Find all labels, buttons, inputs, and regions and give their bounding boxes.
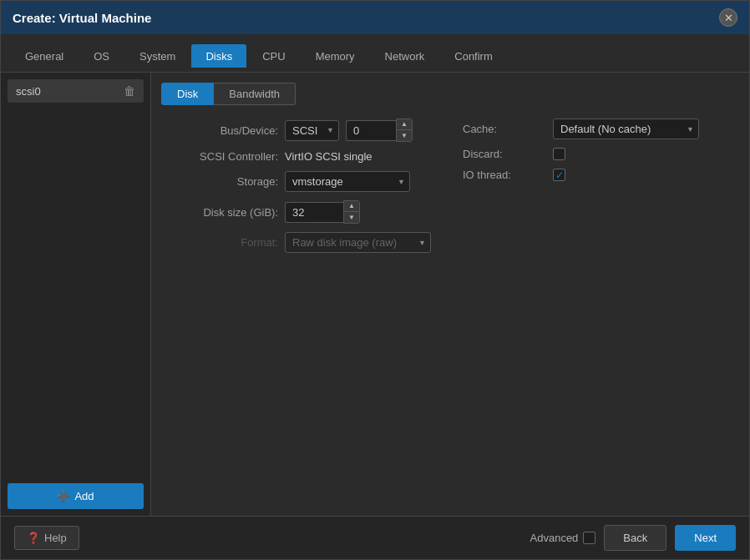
storage-select-wrap: vmstorage [285,171,410,192]
device-number-input[interactable] [346,120,396,141]
question-icon: ❓ [27,532,40,544]
back-button[interactable]: Back [604,525,666,551]
footer: ❓ Help Advanced Back Next [1,516,749,559]
tab-os[interactable]: OS [79,44,124,68]
device-down-btn[interactable]: ▼ [397,130,412,141]
tabs-bar: General OS System Disks CPU Memory Netwo… [1,34,749,73]
disk-sidebar: scsi0 🗑 ➕ Add [1,73,151,516]
bus-device-row: Bus/Device: SCSI IDE SATA VirtIO [161,119,438,142]
tab-cpu[interactable]: CPU [248,44,299,68]
advanced-checkbox[interactable] [583,532,595,544]
cache-select[interactable]: Default (No cache) No cache Write throug… [553,119,699,139]
form-right: Cache: Default (No cache) No cache Write… [463,119,739,253]
format-row: Format: Raw disk image (raw) QEMU image … [161,232,438,253]
footer-left: ❓ Help [14,526,79,550]
tab-disks[interactable]: Disks [191,44,246,68]
sidebar-item-label: scsi0 [16,85,41,98]
disk-size-down-btn[interactable]: ▼ [344,212,359,223]
cache-select-wrap: Default (No cache) No cache Write throug… [553,119,699,139]
format-label: Format: [161,236,278,249]
cache-label: Cache: [463,123,546,135]
scsi-controller-value: VirtIO SCSI single [285,150,372,163]
tab-system[interactable]: System [125,44,190,68]
add-button[interactable]: ➕ Add [8,483,144,509]
discard-row: Discard: [463,148,739,160]
delete-icon[interactable]: 🗑 [124,84,135,98]
disk-size-spinbox-btns: ▲ ▼ [343,200,360,224]
tab-memory[interactable]: Memory [302,44,369,68]
form-left: Bus/Device: SCSI IDE SATA VirtIO [161,119,438,253]
format-select[interactable]: Raw disk image (raw) QEMU image format (… [285,232,431,253]
subtab-disk[interactable]: Disk [161,83,214,105]
cache-row: Cache: Default (No cache) No cache Write… [463,119,739,139]
advanced-wrap: Advanced [530,532,596,544]
window-title: Create: Virtual Machine [13,11,151,25]
storage-row: Storage: vmstorage [161,171,438,192]
subtab-bandwidth[interactable]: Bandwidth [214,83,296,105]
titlebar: Create: Virtual Machine ✕ [1,1,749,34]
bus-select-wrap: SCSI IDE SATA VirtIO [285,120,339,141]
io-thread-row: IO thread: ✓ [463,169,739,181]
tab-network[interactable]: Network [371,44,439,68]
sidebar-item-scsi0[interactable]: scsi0 🗑 [8,79,144,103]
help-button[interactable]: ❓ Help [14,526,79,550]
advanced-label: Advanced [530,532,579,544]
main-panel: Disk Bandwidth Bus/Device: SCSI IDE SATA [151,73,749,516]
scsi-controller-row: SCSI Controller: VirtIO SCSI single [161,150,438,163]
device-spinbox-btns: ▲ ▼ [396,119,413,142]
plus-icon: ➕ [57,490,70,502]
storage-label: Storage: [161,175,278,188]
discard-label: Discard: [463,148,546,160]
device-up-btn[interactable]: ▲ [397,119,412,130]
disk-size-input[interactable] [285,202,343,223]
bus-select[interactable]: SCSI IDE SATA VirtIO [285,120,339,141]
discard-checkbox[interactable] [553,148,565,160]
tab-confirm[interactable]: Confirm [440,44,507,68]
io-thread-checkbox[interactable]: ✓ [553,169,565,181]
next-button[interactable]: Next [675,525,736,551]
storage-select[interactable]: vmstorage [285,171,410,192]
disk-size-label: Disk size (GiB): [161,206,278,219]
disk-size-spinbox: ▲ ▼ [285,200,360,224]
close-button[interactable]: ✕ [719,8,737,27]
disk-size-up-btn[interactable]: ▲ [344,201,359,212]
tab-general[interactable]: General [11,44,78,68]
io-thread-label: IO thread: [463,169,546,181]
disk-size-row: Disk size (GiB): ▲ ▼ [161,200,438,224]
device-spinbox: ▲ ▼ [346,119,413,142]
scsi-controller-label: SCSI Controller: [161,150,278,163]
bus-device-label: Bus/Device: [161,124,278,137]
format-select-wrap: Raw disk image (raw) QEMU image format (… [285,232,431,253]
disk-form: Bus/Device: SCSI IDE SATA VirtIO [161,119,739,253]
subtabs-bar: Disk Bandwidth [161,83,739,105]
